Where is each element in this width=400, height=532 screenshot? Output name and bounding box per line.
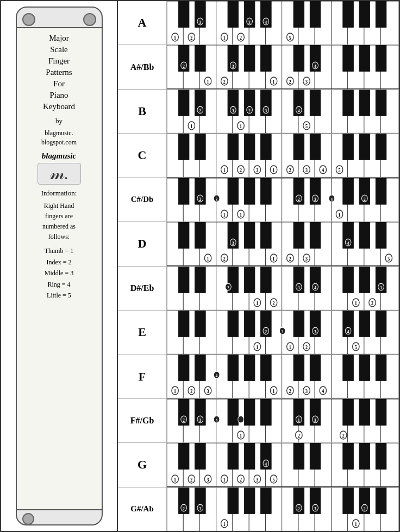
svg-rect-137	[244, 134, 255, 160]
svg-text:4: 4	[347, 329, 349, 334]
svg-text:2: 2	[289, 256, 292, 262]
svg-text:2: 2	[240, 477, 242, 483]
svg-text:5: 5	[289, 35, 292, 41]
svg-text:4: 4	[347, 240, 349, 246]
svg-text:3: 3	[314, 417, 316, 423]
svg-text:2: 2	[371, 300, 374, 306]
svg-text:2: 2	[289, 388, 292, 394]
svg-text:2: 2	[298, 197, 300, 202]
svg-rect-61	[343, 45, 354, 71]
svg-rect-340	[261, 354, 272, 381]
svg-rect-174	[178, 178, 189, 204]
svg-text:1: 1	[240, 123, 242, 129]
keyboard-B: 1 2 3 1 2 3 4	[167, 90, 399, 133]
svg-point-398	[238, 416, 244, 423]
svg-text:2: 2	[364, 197, 366, 202]
svg-text:2: 2	[240, 35, 242, 41]
info-title: Information:	[22, 189, 96, 198]
svg-rect-55	[195, 45, 206, 71]
svg-rect-459	[228, 487, 239, 514]
svg-rect-341	[293, 354, 304, 381]
svg-rect-263	[343, 267, 354, 293]
scale-row-G: G	[118, 443, 399, 487]
svg-text:4: 4	[322, 388, 324, 394]
svg-text:2: 2	[199, 197, 202, 202]
svg-rect-217	[195, 222, 206, 248]
svg-text:4: 4	[216, 373, 218, 379]
svg-text:3: 3	[380, 285, 382, 290]
svg-text:1: 1	[207, 256, 209, 262]
keyboard-Eb: 2 1 2 3 4 1 2 3	[167, 267, 399, 310]
svg-rect-138	[261, 134, 272, 160]
svg-text:4: 4	[314, 64, 316, 69]
scale-row-Fsharp: F#/Gb	[118, 399, 399, 443]
index-label: Index = 2	[46, 258, 71, 266]
svg-text:3: 3	[256, 477, 259, 483]
sidebar-content: MajorScaleFingerPatternsForPianoKeyboard…	[16, 28, 103, 509]
svg-text:3: 3	[232, 64, 234, 69]
svg-rect-417	[178, 443, 189, 469]
svg-rect-420	[244, 443, 255, 469]
svg-rect-142	[359, 134, 370, 160]
svg-text:4: 4	[265, 20, 267, 25]
svg-text:1: 1	[273, 79, 275, 85]
svg-text:5: 5	[339, 167, 341, 173]
svg-text:4: 4	[331, 197, 333, 202]
svg-text:1: 1	[240, 212, 242, 218]
svg-text:2: 2	[227, 285, 229, 290]
svg-text:1: 1	[273, 388, 275, 394]
svg-rect-380	[261, 399, 272, 425]
svg-text:5: 5	[305, 123, 308, 129]
svg-text:5: 5	[355, 344, 358, 350]
svg-rect-100	[310, 90, 321, 116]
svg-text:1: 1	[256, 300, 258, 306]
svg-rect-102	[359, 90, 370, 116]
svg-rect-260	[261, 267, 272, 293]
svg-text:1: 1	[174, 477, 176, 483]
svg-text:3: 3	[199, 417, 202, 423]
scale-row-C: C	[118, 134, 399, 178]
svg-rect-379	[244, 399, 255, 425]
svg-text:4: 4	[322, 167, 324, 173]
keyboard-Bb: 2 1 2 3 1 2 3 4	[167, 45, 399, 88]
svg-rect-224	[359, 222, 370, 248]
svg-text:1: 1	[298, 417, 300, 423]
svg-rect-220	[261, 222, 272, 248]
svg-text:2: 2	[298, 506, 300, 511]
scale-label-Csharp: C#/Db	[118, 178, 167, 221]
scale-label-A: A	[118, 1, 167, 45]
svg-rect-183	[376, 178, 386, 204]
svg-rect-94	[178, 90, 189, 116]
svg-rect-141	[343, 134, 354, 160]
svg-text:3: 3	[256, 167, 259, 173]
svg-text:1: 1	[355, 521, 357, 527]
svg-rect-338	[228, 354, 239, 381]
svg-text:3: 3	[305, 79, 308, 85]
svg-text:3: 3	[314, 197, 316, 202]
svg-text:3: 3	[232, 240, 234, 246]
scale-row-B: B	[118, 90, 399, 134]
svg-text:2: 2	[298, 433, 301, 439]
svg-rect-23	[376, 1, 386, 27]
finger-legend: Thumb = 1 Index = 2 Middle = 3 Ring = 4 …	[22, 245, 96, 301]
svg-rect-176	[228, 178, 239, 204]
svg-rect-301	[293, 311, 304, 337]
svg-text:2: 2	[190, 35, 193, 41]
svg-text:3: 3	[199, 20, 202, 25]
scroll-top-decoration	[16, 7, 103, 28]
svg-text:1: 1	[223, 477, 226, 483]
keyboard-A: 1 2 3 1 2 3 4 5	[167, 1, 399, 45]
scale-label-F: F	[118, 354, 167, 398]
svg-rect-460	[244, 487, 255, 514]
svg-rect-178	[261, 178, 272, 204]
svg-rect-103	[376, 90, 386, 116]
svg-rect-385	[376, 399, 386, 425]
svg-rect-221	[293, 222, 304, 248]
svg-rect-299	[244, 311, 255, 337]
svg-text:1: 1	[289, 344, 291, 350]
svg-rect-216	[178, 222, 189, 248]
svg-rect-139	[293, 134, 304, 160]
thumb-label: Thumb = 1	[45, 247, 73, 255]
svg-text:2: 2	[265, 329, 267, 334]
svg-text:1: 1	[207, 79, 209, 85]
